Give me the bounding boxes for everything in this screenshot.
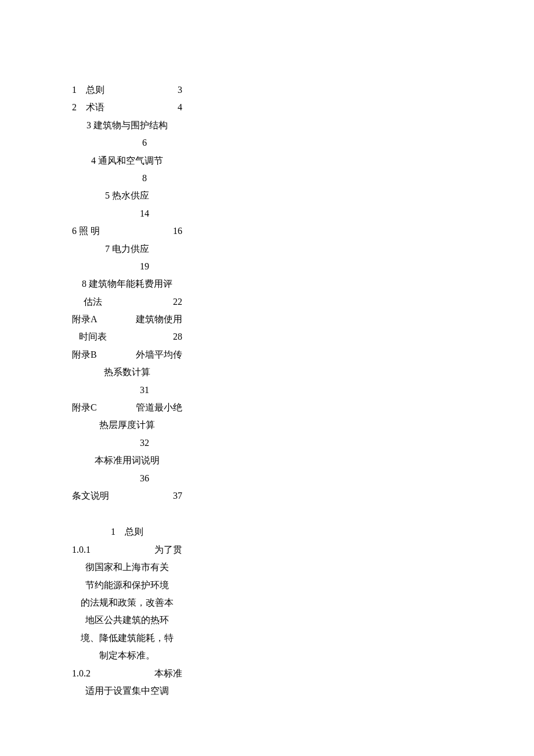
toc-page: 4 <box>178 99 182 116</box>
toc-label: 建筑物使用 <box>136 311 182 328</box>
toc-row: 附录A 建筑物使用 时间表 28 <box>72 311 182 346</box>
toc-page: 22 <box>173 293 182 311</box>
toc-label: 本标准用词说明 <box>72 452 182 469</box>
clause-tail: 为了贯 <box>154 541 182 559</box>
toc-row: 8 建筑物年能耗费用评 估法 22 <box>72 275 182 311</box>
clause-header: 1.0.2 本标准 <box>72 665 182 682</box>
toc-label: 时间表 <box>72 328 107 345</box>
toc-label: 附录A <box>72 311 98 328</box>
toc-row: 6 照 明 16 <box>72 222 182 240</box>
toc-row: 3 建筑物与围护结构 6 <box>72 117 182 152</box>
toc-page: 3 <box>178 81 182 99</box>
clause-line: 地区公共建筑的热环 <box>72 611 182 629</box>
toc-label: 附录B <box>72 346 97 363</box>
toc-label: 管道最小绝 <box>136 399 182 416</box>
toc-row: 本标准用词说明 36 <box>72 452 182 487</box>
clause-number: 1.0.2 <box>72 665 91 682</box>
document-page: 1 总则 3 2 术语 4 3 建筑物与围护结构 6 4 通风和空气调节 8 5… <box>0 0 182 700</box>
toc-page: 37 <box>173 487 182 505</box>
clause-line: 节约能源和保护环境 <box>72 577 182 594</box>
toc-label: 热层厚度计算 <box>72 416 182 434</box>
toc-label: 附录C <box>72 399 97 416</box>
toc-label: 外墙平均传 <box>136 346 182 363</box>
clause-line: 境、降低建筑能耗，特 <box>72 629 182 647</box>
toc-label: 热系数计算 <box>72 363 182 381</box>
toc-page: 32 <box>72 434 182 452</box>
clause-line: 的法规和政策，改善本 <box>72 594 182 611</box>
toc-row: 2 术语 4 <box>72 99 182 116</box>
section-heading: 1 总则 <box>72 523 182 541</box>
toc-row: 1 总则 3 <box>72 81 182 99</box>
toc-row: 附录B 外墙平均传 热系数计算 31 <box>72 346 182 399</box>
toc-label: 估法 <box>72 293 102 311</box>
toc-page: 36 <box>72 470 182 487</box>
clause-header: 1.0.1 为了贯 <box>72 541 182 559</box>
toc-page: 28 <box>173 328 182 345</box>
toc-page: 6 <box>72 134 182 152</box>
clause-tail: 本标准 <box>154 665 182 682</box>
toc-label: 2 术语 <box>72 99 104 116</box>
toc-row: 7 电力供应 19 <box>72 240 182 276</box>
toc-row: 附录C 管道最小绝 热层厚度计算 32 <box>72 399 182 452</box>
clause-line: 彻国家和上海市有关 <box>72 559 182 576</box>
toc-row: 5 热水供应 14 <box>72 187 182 222</box>
toc-label: 8 建筑物年能耗费用评 <box>72 275 182 293</box>
toc-label: 3 建筑物与围护结构 <box>72 117 182 134</box>
toc-page: 19 <box>72 258 182 275</box>
clause-number: 1.0.1 <box>72 541 91 559</box>
toc-label: 4 通风和空气调节 <box>72 152 182 170</box>
toc-page: 8 <box>72 170 182 187</box>
toc-label: 6 照 明 <box>72 222 100 240</box>
toc-page: 16 <box>173 222 182 240</box>
toc-row: 4 通风和空气调节 8 <box>72 152 182 188</box>
toc-row: 条文说明 37 <box>72 487 182 505</box>
toc-label: 5 热水供应 <box>72 187 182 204</box>
clause-line: 制定本标准。 <box>72 647 182 664</box>
clause-line: 适用于设置集中空调 <box>72 682 182 700</box>
toc-page: 14 <box>72 205 182 222</box>
toc-label: 1 总则 <box>72 81 104 99</box>
toc-page: 31 <box>72 381 182 399</box>
toc-label: 7 电力供应 <box>72 240 182 258</box>
toc-label: 条文说明 <box>72 487 109 505</box>
